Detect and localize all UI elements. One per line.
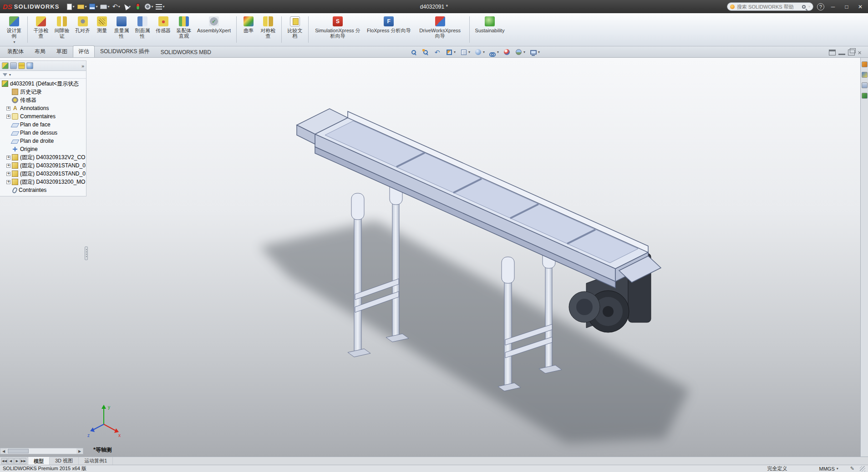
expand-toggle[interactable] [6, 115, 10, 119]
print-button[interactable]: ▾ [99, 2, 110, 12]
ribbon-button-assemblyxpert[interactable]: ✓ AssemblyXpert [195, 15, 233, 35]
graphics-viewport[interactable]: y x z » ▾ d4032091 (Défaut<显示状态 [0, 58, 860, 457]
ribbon-button-section-properties[interactable]: 剖面属性 [132, 15, 152, 40]
section-view-button[interactable]: ▾ [444, 47, 457, 57]
display-style-button[interactable]: ▾ [473, 47, 486, 57]
tab-assembly[interactable]: 装配体 [2, 45, 29, 57]
scroll-next-tab-button[interactable]: ▶ [14, 458, 20, 464]
expand-toggle[interactable] [6, 156, 10, 160]
ribbon-button-mass-properties[interactable]: 质量属性 [112, 15, 132, 40]
ribbon-button-driveworksxpress-wizard[interactable]: DriveWorksXpress 向导 [414, 15, 466, 40]
hide-show-items-button[interactable]: ▾ [487, 47, 500, 57]
scrollbar-thumb[interactable] [8, 449, 29, 453]
zoom-to-fit-button[interactable] [408, 47, 419, 57]
chevron-down-icon[interactable]: ▾ [9, 73, 11, 77]
select-button[interactable]: ▾ [122, 2, 132, 12]
maximize-button[interactable]: □ [842, 2, 852, 11]
tree-item-origin[interactable]: Origine [0, 145, 86, 153]
view-settings-button[interactable]: ▾ [528, 47, 541, 57]
tree-root-item[interactable]: d4032091 (Défaut<显示状态 [0, 80, 86, 88]
tree-item-front-plane[interactable]: Plan de face [0, 121, 86, 129]
expand-toggle[interactable] [6, 164, 10, 168]
chevron-down-icon[interactable]: ▾ [808, 5, 810, 9]
tree-item-sensors[interactable]: 传感器 [0, 96, 86, 104]
ribbon-button-floxpress-wizard[interactable]: F FloXpress 分析向导 [365, 15, 413, 35]
open-document-button[interactable]: ▾ [76, 2, 87, 12]
edit-appearance-button[interactable] [502, 47, 512, 57]
close-button[interactable]: ✕ [855, 2, 865, 11]
display-settings-button[interactable]: ▾ [155, 2, 165, 12]
configurationmanager-tab-icon[interactable] [18, 62, 25, 69]
ribbon-button-simulationxpress-wizard[interactable]: S SimulationXpress 分析向导 [312, 15, 364, 40]
ribbon-button-assembly-visualization[interactable]: 装配体直观 [174, 15, 194, 40]
tree-horizontal-scrollbar[interactable]: ◀ ▶ [0, 448, 83, 454]
tile-windows-button[interactable] [829, 50, 836, 55]
search-box[interactable]: ▾ [727, 2, 813, 11]
featuremanager-tab-icon[interactable] [2, 62, 9, 69]
ribbon-button-sensors[interactable]: 传感器 [153, 15, 173, 35]
expand-toggle[interactable] [6, 180, 10, 184]
zoom-to-area-button[interactable] [420, 47, 431, 57]
new-document-button[interactable]: ▾ [66, 2, 76, 12]
tab-sketch[interactable]: 草图 [51, 45, 73, 57]
previous-view-button[interactable] [432, 47, 442, 57]
ribbon-button-symmetry-check[interactable]: 对称检查 [258, 15, 278, 40]
tree-item-history[interactable]: 历史记录 [0, 88, 86, 96]
ribbon-button-compare-documents[interactable]: 比较文档 [285, 15, 305, 40]
conveyor-3d-model[interactable]: y x z [0, 58, 860, 457]
ribbon-button-design-study[interactable]: 设计算例 ▾ [4, 15, 24, 45]
tab-model[interactable]: 模型 [28, 457, 50, 465]
apply-scene-button[interactable]: ▾ [513, 47, 527, 57]
tree-item-component-1[interactable]: (固定) D403209132V2_CO [0, 153, 86, 161]
forum-icon[interactable] [862, 93, 868, 99]
scroll-left-arrow[interactable]: ◀ [0, 448, 7, 454]
units-selector[interactable]: MMGS ▾ [819, 466, 838, 472]
resize-grip[interactable] [860, 466, 865, 472]
expand-toggle[interactable] [6, 172, 10, 176]
view-orientation-button[interactable]: ▾ [458, 47, 472, 57]
save-document-button[interactable]: ▾ [88, 2, 98, 12]
propertymanager-tab-icon[interactable] [10, 62, 17, 69]
tab-3d-views[interactable]: 3D 视图 [50, 457, 79, 465]
edit-icon[interactable] [850, 466, 854, 472]
scroll-first-tab-button[interactable]: ◀◀ [1, 458, 7, 464]
filter-funnel-icon[interactable] [3, 73, 7, 76]
rebuild-button[interactable] [133, 2, 143, 12]
scroll-prev-tab-button[interactable]: ◀ [8, 458, 14, 464]
minimize-button[interactable]: ─ [828, 2, 838, 11]
tab-solidworks-mbd[interactable]: SOLIDWORKS MBD [155, 47, 217, 57]
tree-item-comments[interactable]: Commentaires [0, 112, 86, 121]
tree-item-mates[interactable]: Contraintes [0, 186, 86, 194]
tab-solidworks-addins[interactable]: SOLIDWORKS 插件 [95, 45, 155, 57]
resources-home-icon[interactable] [862, 61, 868, 67]
tree-item-annotations[interactable]: Annotations [0, 104, 86, 112]
minimize-document-button[interactable] [838, 50, 845, 55]
ribbon-button-clearance-verify[interactable]: 间隙验证 [52, 15, 72, 40]
expand-toggle[interactable] [6, 106, 10, 110]
tree-item-component-2[interactable]: (固定) D4032091STAND_0 [0, 161, 86, 170]
close-document-button[interactable] [858, 50, 864, 55]
ribbon-button-hole-alignment[interactable]: 孔对齐 [73, 15, 92, 35]
toolbox-icon[interactable] [862, 72, 868, 78]
help-button[interactable]: ? [817, 3, 824, 10]
tree-item-component-3[interactable]: (固定) D4032091STAND_0 [0, 170, 86, 178]
scroll-last-tab-button[interactable]: ▶▶ [20, 458, 26, 464]
displaymanager-tab-icon[interactable] [26, 62, 33, 69]
ribbon-button-interference-check[interactable]: 干涉检查 [31, 15, 51, 40]
search-input[interactable] [737, 4, 800, 10]
tab-layout[interactable]: 布局 [29, 45, 51, 57]
design-library-icon[interactable] [862, 82, 868, 88]
search-icon[interactable] [802, 5, 806, 9]
ribbon-button-measure[interactable]: 测量 [93, 15, 111, 35]
tree-item-top-plane[interactable]: Plan de dessus [0, 129, 86, 137]
ribbon-button-curvature[interactable]: 曲率 [240, 15, 257, 35]
undo-button[interactable]: ▾ [111, 2, 121, 12]
ribbon-button-sustainability[interactable]: Sustainability [473, 15, 507, 35]
options-button[interactable]: ▾ [144, 2, 154, 12]
tree-item-component-4[interactable]: (固定) D40320913200_MO [0, 178, 86, 186]
tab-motion-study-1[interactable]: 运动算例1 [79, 457, 113, 465]
tree-item-right-plane[interactable]: Plan de droite [0, 137, 86, 145]
panel-expand-chevron[interactable]: » [81, 63, 84, 69]
tab-evaluate[interactable]: 评估 [73, 45, 95, 57]
panel-splitter-handle[interactable] [85, 246, 88, 260]
